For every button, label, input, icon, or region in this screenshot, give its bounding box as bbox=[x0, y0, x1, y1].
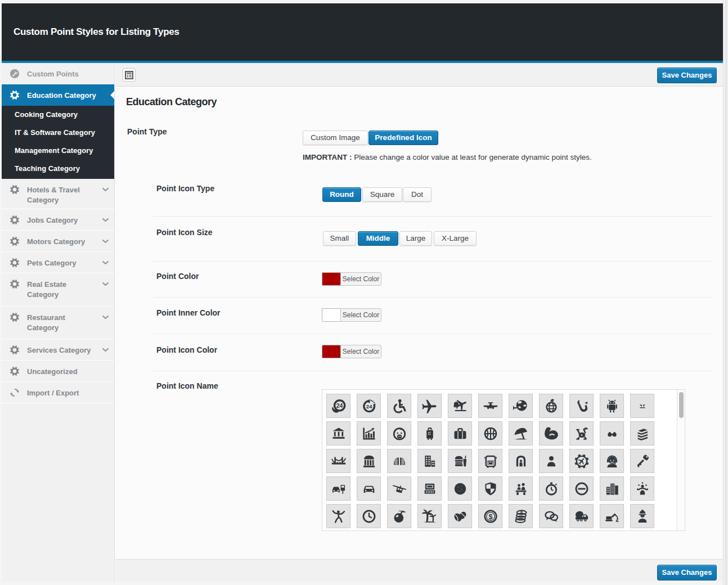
svg-text:24: 24 bbox=[366, 403, 372, 410]
svg-text:24: 24 bbox=[336, 402, 343, 409]
svg-text:$: $ bbox=[488, 512, 492, 521]
